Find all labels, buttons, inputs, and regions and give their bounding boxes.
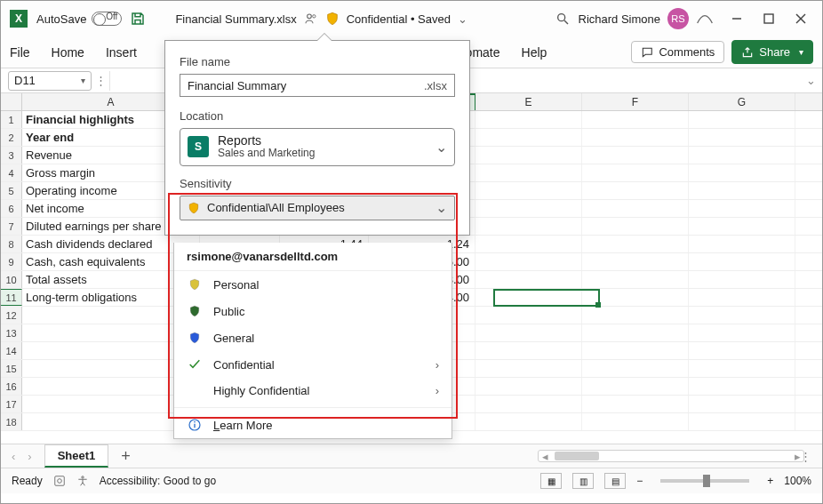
cell[interactable] [689, 147, 795, 164]
cell[interactable] [689, 200, 795, 217]
row-header[interactable]: 12 [1, 307, 22, 324]
zoom-slider[interactable] [660, 479, 749, 483]
row-header[interactable]: 11 [1, 289, 22, 306]
sensitivity-option[interactable]: General [174, 324, 451, 351]
row-header[interactable]: 6 [1, 200, 22, 217]
sheet-tab-active[interactable]: Sheet1 [44, 444, 109, 468]
view-page-break-icon[interactable]: ▤ [604, 473, 626, 489]
macro-record-icon[interactable] [53, 475, 66, 487]
cell[interactable] [475, 253, 582, 270]
cell[interactable] [689, 289, 795, 306]
cell[interactable] [475, 129, 582, 146]
cell[interactable] [582, 147, 689, 164]
cell[interactable] [475, 324, 582, 341]
maximize-button[interactable] [753, 3, 785, 35]
cell[interactable] [475, 182, 582, 199]
cell[interactable] [582, 164, 689, 181]
cell[interactable] [689, 342, 795, 359]
row-header[interactable]: 9 [1, 253, 22, 270]
cell[interactable] [475, 342, 582, 359]
cell[interactable] [582, 129, 689, 146]
cell[interactable] [689, 253, 795, 270]
cell[interactable] [689, 413, 795, 430]
autosave-toggle[interactable]: AutoSave [36, 12, 122, 26]
row-header[interactable]: 18 [1, 413, 22, 430]
learn-more-item[interactable]: Learn More [174, 412, 451, 438]
row-header[interactable]: 13 [1, 324, 22, 341]
sheet-nav-next-icon[interactable]: › [28, 450, 31, 463]
row-header[interactable]: 14 [1, 342, 22, 359]
cell[interactable] [582, 360, 689, 377]
cell[interactable] [582, 324, 689, 341]
cell[interactable] [582, 218, 689, 235]
cell[interactable] [475, 360, 582, 377]
expand-formula-bar-icon[interactable]: ⌄ [806, 74, 822, 87]
user-avatar[interactable]: RS [667, 8, 689, 29]
chevron-down-icon[interactable]: ⌄ [435, 139, 447, 156]
ribbon-mode-icon[interactable] [689, 3, 721, 35]
add-sheet-button[interactable]: + [121, 447, 131, 466]
row-header[interactable]: 8 [1, 236, 22, 252]
chevron-down-icon[interactable]: ▾ [81, 76, 85, 85]
cell[interactable] [582, 271, 689, 288]
location-picker[interactable]: S Reports Sales and Marketing ⌄ [180, 128, 455, 166]
sensitivity-option[interactable]: Highly Confidential› [174, 378, 451, 404]
tab-home[interactable]: Home [52, 45, 84, 60]
horizontal-scrollbar[interactable]: ◂ ▸ [538, 450, 804, 462]
cell[interactable] [582, 289, 689, 306]
cell[interactable] [689, 324, 795, 341]
minimize-button[interactable] [721, 3, 753, 35]
cell[interactable] [475, 413, 582, 430]
cell[interactable] [475, 164, 582, 181]
cell[interactable] [475, 236, 582, 252]
sensitivity-option[interactable]: Confidential› [174, 351, 451, 378]
chevron-down-icon[interactable]: ⌄ [458, 12, 467, 26]
cell[interactable] [689, 182, 795, 199]
row-header[interactable]: 10 [1, 271, 22, 288]
cell[interactable] [475, 218, 582, 235]
cell[interactable] [475, 289, 582, 306]
cell[interactable] [475, 271, 582, 288]
tab-insert[interactable]: Insert [106, 45, 137, 60]
cell[interactable] [689, 111, 795, 128]
col-header-G[interactable]: G [689, 93, 795, 110]
row-header[interactable]: 16 [1, 378, 22, 395]
cell[interactable] [689, 360, 795, 377]
cell[interactable] [582, 200, 689, 217]
cell[interactable] [689, 236, 795, 252]
title-document-area[interactable]: Financial Summary.xlsx Confidential • Sa… [175, 12, 467, 26]
row-header[interactable]: 5 [1, 182, 22, 199]
view-normal-icon[interactable]: ▦ [540, 473, 562, 489]
cell[interactable] [689, 218, 795, 235]
cell[interactable] [475, 111, 582, 128]
search-icon[interactable] [547, 3, 579, 35]
cell[interactable] [582, 253, 689, 270]
scrollbar-thumb[interactable] [555, 452, 599, 460]
tab-help[interactable]: Help [522, 45, 547, 60]
cell[interactable] [689, 307, 795, 324]
name-box[interactable]: D11 ▾ [8, 71, 92, 91]
cell[interactable] [582, 342, 689, 359]
col-header-F[interactable]: F [582, 93, 689, 110]
cell[interactable] [475, 378, 582, 395]
row-header[interactable]: 7 [1, 218, 22, 235]
sensitivity-select[interactable]: Confidential\All Employees ⌄ [180, 196, 455, 220]
cell[interactable] [689, 396, 795, 412]
file-name-input[interactable]: Financial Summary .xlsx [180, 74, 455, 97]
cell[interactable] [582, 236, 689, 252]
cell[interactable] [582, 378, 689, 395]
row-header[interactable]: 3 [1, 147, 22, 164]
cell[interactable] [582, 396, 689, 412]
row-header[interactable]: 17 [1, 396, 22, 412]
cell[interactable] [475, 396, 582, 412]
cell[interactable] [582, 413, 689, 430]
view-page-layout-icon[interactable]: ▥ [572, 473, 594, 489]
accessibility-icon[interactable] [76, 475, 89, 487]
close-button[interactable] [785, 3, 817, 35]
cell[interactable] [689, 129, 795, 146]
cell[interactable] [475, 200, 582, 217]
col-header-E[interactable]: E [475, 93, 582, 110]
zoom-slider-thumb[interactable] [703, 475, 710, 487]
cell[interactable] [475, 147, 582, 164]
tab-file[interactable]: File [10, 45, 30, 60]
